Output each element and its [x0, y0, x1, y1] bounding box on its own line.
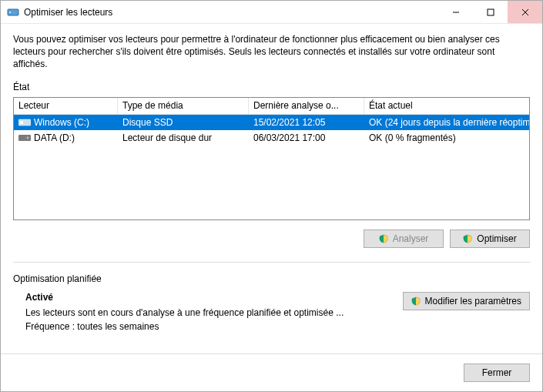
window-controls: [438, 1, 542, 23]
app-icon: [7, 6, 19, 18]
svg-point-1: [9, 12, 11, 13]
svg-rect-3: [488, 9, 494, 15]
svg-rect-7: [20, 121, 23, 124]
optimiser-label: Optimiser: [477, 233, 516, 244]
sched-freq: Fréquence : toutes les semaines: [25, 321, 403, 332]
sched-body: Activé Les lecteurs sont en cours d'anal…: [13, 292, 530, 335]
col-type[interactable]: Type de média: [118, 98, 249, 114]
analyser-button[interactable]: Analyser: [364, 230, 444, 248]
col-etat[interactable]: État actuel: [364, 98, 529, 114]
footer: Fermer: [1, 353, 542, 391]
optimiser-button[interactable]: Optimiser: [450, 230, 530, 248]
cell-date: 15/02/2021 12:05: [249, 116, 364, 129]
content-area: Vous pouvez optimiser vos lecteurs pour …: [1, 24, 542, 353]
sched-state: Activé: [25, 292, 403, 303]
fermer-button[interactable]: Fermer: [464, 364, 530, 382]
minimize-button[interactable]: [438, 1, 473, 23]
table-row[interactable]: DATA (D:) Lecteur de disque dur 06/03/20…: [14, 130, 529, 146]
table-header: Lecteur Type de média Dernière analyse o…: [14, 98, 529, 115]
hdd-icon: [18, 133, 31, 142]
cell-type: Disque SSD: [118, 116, 249, 129]
titlebar: Optimiser les lecteurs: [1, 1, 542, 24]
cell-lecteur: DATA (D:): [14, 131, 118, 145]
cell-status: OK (0 % fragmentés): [364, 131, 529, 145]
drive-name: Windows (C:): [34, 117, 89, 128]
cell-date: 06/03/2021 17:00: [249, 131, 364, 145]
modifier-label: Modifier les paramètres: [425, 296, 521, 307]
drives-table: Lecteur Type de média Dernière analyse o…: [13, 97, 530, 220]
close-button[interactable]: [508, 1, 542, 23]
drive-name: DATA (D:): [34, 132, 75, 143]
state-label: État: [13, 82, 530, 92]
col-date[interactable]: Dernière analyse o...: [249, 98, 364, 114]
ssd-icon: [18, 118, 31, 127]
intro-text: Vous pouvez optimiser vos lecteurs pour …: [13, 33, 530, 71]
col-lecteur[interactable]: Lecteur: [14, 98, 118, 114]
shield-icon: [411, 297, 421, 306]
modifier-button[interactable]: Modifier les paramètres: [403, 292, 530, 310]
window-title: Optimiser les lecteurs: [24, 7, 438, 18]
sched-desc: Les lecteurs sont en cours d'analyse à u…: [25, 307, 403, 318]
fermer-label: Fermer: [482, 367, 512, 378]
svg-point-9: [27, 136, 29, 139]
table-row[interactable]: Windows (C:) Disque SSD 15/02/2021 12:05…: [14, 115, 529, 130]
table-buttons: Analyser Optimiser: [13, 230, 530, 248]
divider: [13, 262, 530, 263]
sched-heading: Optimisation planifiée: [13, 273, 530, 284]
analyser-label: Analyser: [393, 233, 429, 244]
cell-type: Lecteur de disque dur: [118, 131, 249, 145]
shield-icon: [463, 234, 472, 243]
cell-lecteur: Windows (C:): [14, 116, 118, 129]
maximize-button[interactable]: [473, 1, 508, 23]
shield-icon: [379, 234, 388, 243]
svg-rect-8: [18, 135, 31, 141]
cell-status: OK (24 jours depuis la dernière réoptimi…: [364, 116, 529, 129]
